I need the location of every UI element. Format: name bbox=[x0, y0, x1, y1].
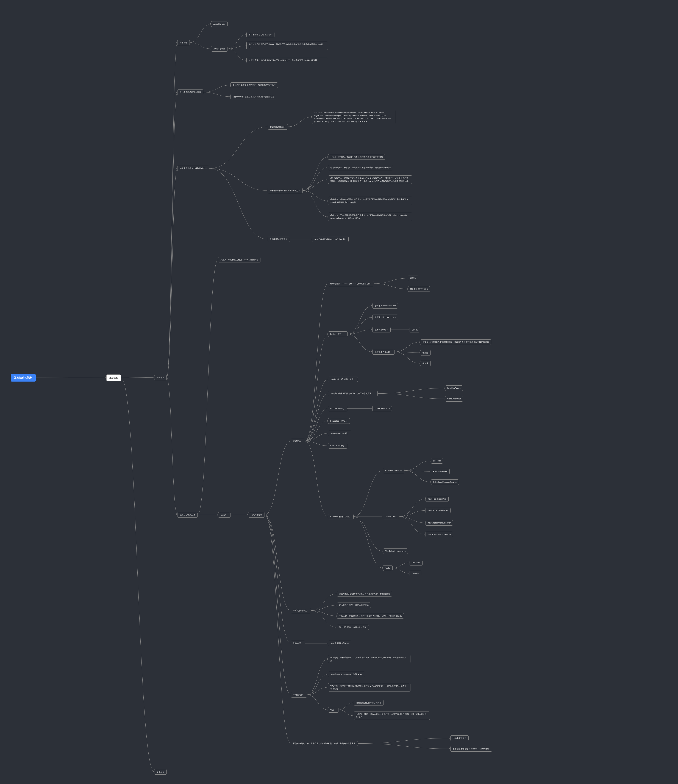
node-nb2[interactable]: Java的Atomic Variables（使用CAS） bbox=[328, 672, 365, 677]
node-locks[interactable]: Locks（低级）： bbox=[328, 331, 348, 337]
node-execif[interactable]: Executor Interfaces bbox=[383, 468, 404, 473]
node-nb3[interactable]: CAS机制：典型的非阻塞实现线程安全的方法，有ABA的问题，不过可以使用基于版本… bbox=[328, 683, 410, 692]
node-tp4[interactable]: newScheduledThreadPool bbox=[426, 532, 453, 537]
node-mf2[interactable]: 不占用CPU时间，线程会阻塞等待 bbox=[337, 602, 371, 608]
node-cdl[interactable]: CountDownLatch bbox=[373, 406, 392, 411]
root-node[interactable]: 并发编程知识树 bbox=[11, 374, 36, 381]
node-amdahl[interactable]: Amdahl's Law bbox=[211, 21, 228, 27]
node-jmm-2[interactable]: 每个线程还有自己的工作内存，线程的工作内存中保存了该线程使用的变量的主内存副本； bbox=[246, 42, 328, 50]
node-nbf2[interactable]: 占用CPU时间，假如冲突比较频繁的话，会浪费很多CPU资源，因此适用冲突较少的情… bbox=[354, 711, 430, 720]
node-ts5-3[interactable]: 相对线程安全：只需要保证这个对象单独的操作是线程安全的，但是对于一些特定顺序的连… bbox=[328, 176, 412, 184]
node-ft[interactable]: FutureTask（中级） bbox=[328, 418, 350, 424]
node-ts5-5[interactable]: 线程对立：无论调用端是否采用同步手段，都无法在多线程环境中使用，例如Thread… bbox=[328, 213, 412, 221]
node-jmm-3[interactable]: 线程对变量的所有操作都必须在工作内存中进行，不能直接读写主内存中的变量； bbox=[246, 58, 328, 63]
node-cm[interactable]: ConcurrentMap bbox=[445, 396, 463, 401]
node-run[interactable]: Runnable bbox=[410, 560, 422, 566]
node-howts[interactable]: 如何判断线程安全？ bbox=[268, 236, 290, 242]
node-bianfa[interactable]: 并发编程 bbox=[106, 375, 121, 381]
node-bq[interactable]: BlockingQueue bbox=[445, 386, 463, 391]
node-reorder[interactable]: 禁止指令重排序优化 bbox=[408, 286, 430, 292]
node-mod1[interactable]: 代码本身可重入 bbox=[450, 736, 469, 741]
node-essence[interactable]: 并发本质上是为了获取线程安全 bbox=[177, 166, 209, 171]
node-nb-feat[interactable]: 特点： bbox=[328, 707, 338, 712]
node-call[interactable]: Callable bbox=[410, 571, 421, 576]
node-exec3[interactable]: ScheduledExecutorService bbox=[431, 479, 459, 485]
node-jmm[interactable]: Java内存模型 bbox=[211, 46, 228, 51]
node-mf1[interactable]: 需要线程在内核和用户切换，需要更多的时间，代价比较大 bbox=[337, 591, 392, 596]
node-how[interactable]: 如何实现？ bbox=[291, 641, 305, 646]
node-fair[interactable]: 公平性 bbox=[410, 327, 420, 333]
node-mod2[interactable]: 使用线程本地存储（ThreadLocalStorage） bbox=[450, 746, 492, 751]
node-why-2[interactable]: 由于Java内存模型，造成共享变量的可见性问题 bbox=[231, 94, 276, 100]
node-nb1[interactable]: 基本思想：一种乐观策略，认为冲突不会太多，所以在发生的时候检测，但是需要硬件支持 bbox=[328, 655, 410, 663]
node-forkjoin[interactable]: The fork/join framework bbox=[383, 549, 408, 554]
node-tools[interactable]: 线程安全常用工具 bbox=[177, 512, 198, 518]
node-coarse[interactable]: 锁粗化 bbox=[420, 361, 431, 366]
node-javacon[interactable]: Java并发编程 bbox=[248, 512, 265, 518]
node-aqs[interactable]: Java 队列同步器AQS bbox=[328, 641, 351, 646]
node-tp1[interactable]: newFixedThreadPool bbox=[426, 496, 449, 502]
node-nonblock[interactable]: 非阻塞同步： bbox=[291, 692, 307, 697]
node-threadpool[interactable]: Thread Pools bbox=[383, 514, 399, 520]
node-sync[interactable]: synchronized关键字（低级） bbox=[328, 376, 358, 382]
node-exec2[interactable]: ExecutorService bbox=[431, 469, 450, 474]
node-exec[interactable]: Executors框架 （高级） bbox=[328, 514, 354, 520]
node-rw1[interactable]: 读写锁：ReadWriteLock bbox=[373, 303, 398, 308]
node-model[interactable]: 模型本身是安全的，无需同步，类似编程模型，本质上都是去除共享变量 bbox=[291, 741, 358, 746]
node-latches[interactable]: Latches（中级） bbox=[328, 406, 348, 411]
node-happens[interactable]: Java内存模型的Happens-Before原则 bbox=[312, 236, 349, 242]
node-ts-def[interactable]: A class is thread-safe if it behaves cor… bbox=[312, 110, 395, 124]
node-lockopt[interactable]: 锁的常用优化方法： bbox=[373, 349, 394, 355]
node-mutex[interactable]: 互斥同步： bbox=[291, 439, 305, 444]
node-high[interactable]: 高层次：编程模型的改变：Actor，函数式等 bbox=[218, 257, 260, 263]
node-ts5[interactable]: 线程安全由强至弱可分为5种类型： bbox=[268, 188, 302, 193]
node-bianfa2[interactable]: 并发编程 bbox=[154, 375, 167, 380]
node-mutex-feat[interactable]: 互斥同步的特点： bbox=[291, 608, 311, 613]
node-theory[interactable]: 基础理论 bbox=[154, 769, 167, 775]
node-nbf1[interactable]: 没有线程切换的开销，代价小 bbox=[354, 700, 384, 706]
node-why[interactable]: 为什么会有线程安全问题 bbox=[177, 90, 203, 95]
node-ts5-2[interactable]: 绝对线程安全：有状态，但是无论对象怎么被访问，都能保证线程安全 bbox=[328, 165, 393, 170]
node-javacomp[interactable]: Java提供的并发组件（中级）（底层基于锁实现）： bbox=[328, 391, 378, 396]
node-ts5-1[interactable]: 不可变：能够保证对象的行为不会对对象产生任何影响的对象 bbox=[328, 154, 385, 160]
node-why-1[interactable]: 多线程共享变量造成数据不一致影响程序的正确性 bbox=[231, 82, 278, 88]
node-sem[interactable]: Semaphores（中级） bbox=[328, 431, 351, 436]
node-bar[interactable]: Barriers（中级） bbox=[328, 443, 348, 448]
node-tp3[interactable]: newSingleThreadExecutor bbox=[426, 520, 453, 526]
node-lockprop[interactable]: 锁的一些特性： bbox=[373, 327, 391, 333]
node-mf4[interactable]: 除了时间开销，锁还会引起死锁 bbox=[337, 625, 369, 630]
node-rw2[interactable]: 读写锁：ReadWriteLock bbox=[373, 314, 398, 320]
node-exec1[interactable]: Executor bbox=[431, 458, 443, 464]
node-jmm-1[interactable]: 所有的变量都存储在主存中 bbox=[246, 32, 274, 37]
node-tasks[interactable]: Tasks bbox=[383, 565, 393, 571]
node-elim[interactable]: 锁消除 bbox=[420, 350, 431, 356]
node-spin[interactable]: 自旋锁：不放弃CPU时间循环等待，假如锁各自持有时间不长就可能恰好获得 bbox=[420, 339, 491, 345]
node-volatile[interactable]: 保证可见性：volatile（有Java内存模型决定的） bbox=[328, 281, 374, 286]
node-low[interactable]: 低层次： bbox=[218, 512, 231, 518]
node-vis[interactable]: 可见性 bbox=[408, 275, 418, 281]
node-whatts[interactable]: 什么是线程安全？ bbox=[268, 124, 288, 129]
node-basic[interactable]: 基本概念 bbox=[177, 40, 190, 45]
node-ts5-4[interactable]: 线程兼容：对象本身不是线程安全的，但是可以通过在调用端正确地使用同步手段来保证对… bbox=[328, 197, 412, 205]
node-tp2[interactable]: newCachedThreadPool bbox=[426, 508, 450, 513]
node-mf3[interactable]: 本质上是一种悲观策略，在冲突较少时代价突出，适用于冲突较多的情况 bbox=[337, 613, 404, 619]
